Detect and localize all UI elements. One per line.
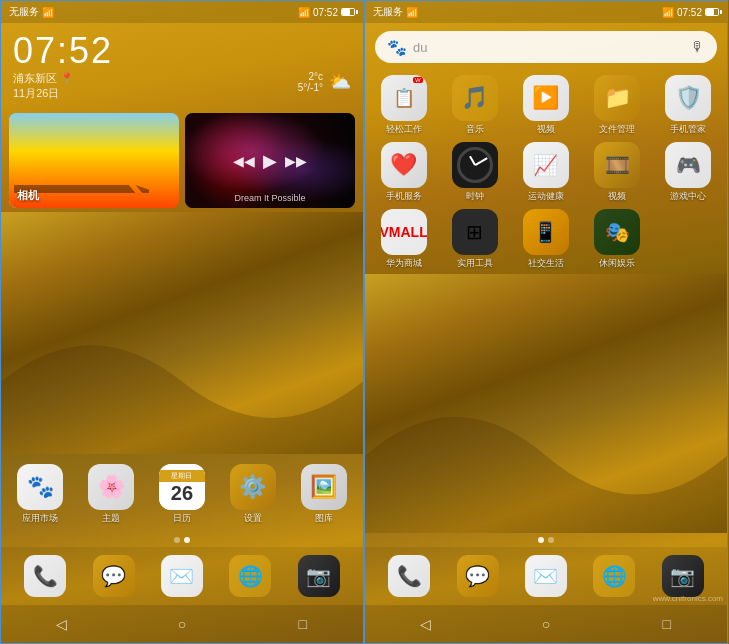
status-bar-right: 无服务 📶 📶 07:52 bbox=[365, 1, 727, 23]
search-input[interactable]: du bbox=[413, 40, 685, 55]
wave-svg bbox=[1, 309, 363, 454]
app-item-appmarket[interactable]: 🐾 应用市场 bbox=[7, 464, 74, 525]
app-item-social[interactable]: 📱 社交生活 bbox=[511, 209, 580, 270]
next-icon[interactable]: ▶▶ bbox=[285, 153, 307, 169]
clock-face bbox=[457, 147, 493, 183]
prev-icon[interactable]: ◀◀ bbox=[233, 153, 255, 169]
easywork-icon: 📋 bbox=[393, 87, 415, 109]
app-icon-easywork: W 📋 bbox=[381, 75, 427, 121]
app-icon-gallery: 🖼️ bbox=[301, 464, 347, 510]
app-item-calendar[interactable]: 星期日 26 日历 bbox=[149, 464, 216, 525]
dock-browser-left[interactable]: 🌐 bbox=[229, 555, 271, 597]
app-icon-empty bbox=[665, 209, 711, 255]
app-item-service[interactable]: ❤️ 手机服务 bbox=[369, 142, 438, 203]
app-item-theme[interactable]: 🌸 主题 bbox=[78, 464, 145, 525]
camera-icon: 📷 bbox=[306, 564, 331, 588]
dock-camera-icon: 📷 bbox=[298, 555, 340, 597]
dock-email-icon-right: ✉️ bbox=[525, 555, 567, 597]
app-icon-settings2: 🎞️ bbox=[594, 142, 640, 188]
mic-icon[interactable]: 🎙 bbox=[691, 39, 705, 55]
app-label-settings2: 视频 bbox=[608, 190, 626, 203]
app-item-filemgr[interactable]: 📁 文件管理 bbox=[583, 75, 652, 136]
app-item-tools[interactable]: ⊞ 实用工具 bbox=[440, 209, 509, 270]
app-item-entertainment[interactable]: 🎭 休闲娱乐 bbox=[583, 209, 652, 270]
phone-icon: 📞 bbox=[33, 564, 58, 588]
dock-email-left[interactable]: ✉️ bbox=[161, 555, 203, 597]
home-button-left[interactable]: ○ bbox=[170, 612, 194, 636]
page-dots-right bbox=[365, 533, 727, 547]
camera-media-card[interactable]: 相机 bbox=[9, 113, 179, 208]
wave-svg-right bbox=[365, 378, 727, 533]
weather-info: 浦东新区 📍 11月26日 bbox=[13, 71, 74, 101]
app-item-settings2[interactable]: 🎞️ 视频 bbox=[583, 142, 652, 203]
home-button-right[interactable]: ○ bbox=[534, 612, 558, 636]
phonemgr-icon: 🛡️ bbox=[675, 85, 702, 111]
music-icon: 🎵 bbox=[461, 85, 488, 111]
app-item-music[interactable]: 🎵 音乐 bbox=[440, 75, 509, 136]
back-button-right[interactable]: ◁ bbox=[413, 612, 437, 636]
weather-time: 07:52 bbox=[13, 33, 351, 69]
dock-camera-left[interactable]: 📷 bbox=[298, 555, 340, 597]
app-item-vmall[interactable]: VMALL 华为商城 bbox=[369, 209, 438, 270]
app-icon-settings: ⚙️ bbox=[230, 464, 276, 510]
dock-phone-right[interactable]: 📞 bbox=[388, 555, 430, 597]
gamecenter-icon: 🎮 bbox=[676, 153, 701, 177]
app-item-easywork[interactable]: W 📋 轻松工作 bbox=[369, 75, 438, 136]
carrier-text-right: 无服务 bbox=[373, 5, 403, 19]
back-button-left[interactable]: ◁ bbox=[49, 612, 73, 636]
dock-email-icon: ✉️ bbox=[161, 555, 203, 597]
dock-camera-right[interactable]: 📷 bbox=[662, 555, 704, 597]
app-icon-appmarket: 🐾 bbox=[17, 464, 63, 510]
settings-gear-icon: ⚙️ bbox=[239, 474, 266, 500]
dot-2-active bbox=[184, 537, 190, 543]
dock-phone-left[interactable]: 📞 bbox=[24, 555, 66, 597]
app-grid-row1-right: W 📋 轻松工作 🎵 音乐 ▶️ 视频 📁 文件管理 bbox=[365, 71, 727, 140]
filemgr-icon: 📁 bbox=[604, 85, 631, 111]
dock-browser-right[interactable]: 🌐 bbox=[593, 555, 635, 597]
time-display-right: 07:52 bbox=[677, 7, 702, 18]
dock-browser-icon: 🌐 bbox=[229, 555, 271, 597]
dock-msg-right[interactable]: 💬 bbox=[457, 555, 499, 597]
music-media-card[interactable]: ◀◀ ▶ ▶▶ Dream It Possible bbox=[185, 113, 355, 208]
play-icon[interactable]: ▶ bbox=[263, 150, 277, 172]
app-icon-video: ▶️ bbox=[523, 75, 569, 121]
email-icon-right: ✉️ bbox=[533, 564, 558, 588]
app-icon-theme: 🌸 bbox=[88, 464, 134, 510]
app-grid-panel1: 🐾 应用市场 🌸 主题 星期日 26 日历 ⚙️ 设 bbox=[1, 456, 363, 533]
app-label-filemgr: 文件管理 bbox=[599, 123, 635, 136]
watermark: www.cnifronics.com bbox=[653, 594, 723, 603]
battery-icon-left bbox=[341, 8, 355, 16]
app-item-settings[interactable]: ⚙️ 设置 bbox=[219, 464, 286, 525]
app-item-phonemgr[interactable]: 🛡️ 手机管家 bbox=[654, 75, 723, 136]
app-item-video[interactable]: ▶️ 视频 bbox=[511, 75, 580, 136]
dock-msg-icon: 💬 bbox=[93, 555, 135, 597]
app-item-health[interactable]: 📈 运动健康 bbox=[511, 142, 580, 203]
nav-bar-left: ◁ ○ □ bbox=[1, 605, 363, 643]
recent-button-left[interactable]: □ bbox=[291, 612, 315, 636]
dot-1 bbox=[174, 537, 180, 543]
status-left: 无服务 📶 bbox=[9, 5, 54, 19]
app-item-clock[interactable]: 时钟 bbox=[440, 142, 509, 203]
app-label-gallery: 图库 bbox=[315, 512, 333, 525]
cal-header: 星期日 bbox=[159, 470, 205, 482]
app-label-phonemgr: 手机管家 bbox=[670, 123, 706, 136]
app-icon-social: 📱 bbox=[523, 209, 569, 255]
app-item-gamecenter[interactable]: 🎮 游戏中心 bbox=[654, 142, 723, 203]
app-item-gallery[interactable]: 🖼️ 图库 bbox=[290, 464, 357, 525]
app-grid-row2-right: ❤️ 手机服务 时钟 📈 运动健康 🎞️ 视频 bbox=[365, 140, 727, 207]
dot-1-active-right bbox=[538, 537, 544, 543]
theme-icon: 🌸 bbox=[98, 474, 125, 500]
dot-2-right bbox=[548, 537, 554, 543]
search-bar[interactable]: 🐾 du 🎙 bbox=[375, 31, 717, 63]
msg-icon-right: 💬 bbox=[465, 564, 490, 588]
dock-msg-left[interactable]: 💬 bbox=[93, 555, 135, 597]
dock-email-right[interactable]: ✉️ bbox=[525, 555, 567, 597]
vmall-icon: VMALL bbox=[381, 224, 427, 240]
weather-right: 2°c 5°/-1° ⛅ bbox=[298, 71, 351, 93]
easywork-badge: W bbox=[413, 77, 423, 83]
signal-icon: 📶 bbox=[42, 7, 54, 18]
app-icon-music: 🎵 bbox=[452, 75, 498, 121]
weather-details: 浦东新区 📍 11月26日 2°c 5°/-1° ⛅ bbox=[13, 71, 351, 101]
music-title: Dream It Possible bbox=[185, 193, 355, 203]
recent-button-right[interactable]: □ bbox=[655, 612, 679, 636]
